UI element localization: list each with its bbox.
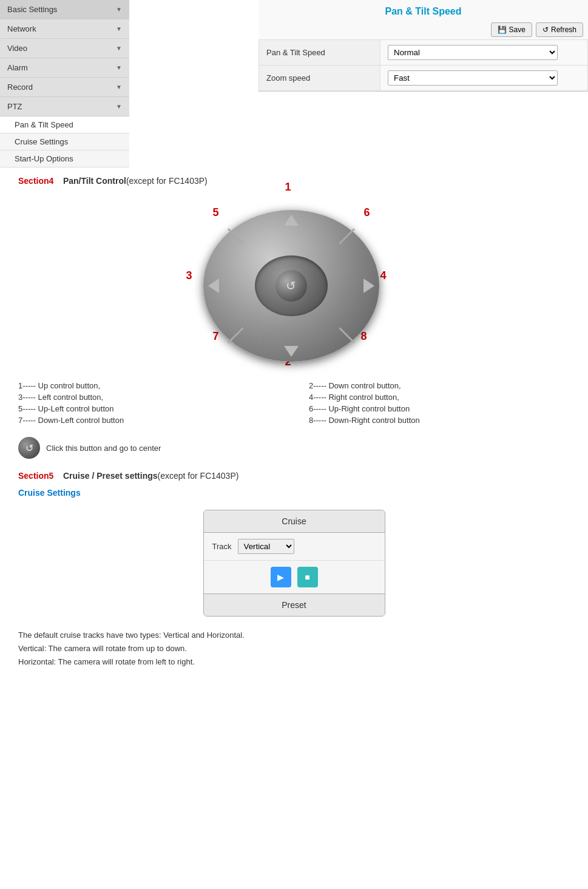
refresh-label: Refresh xyxy=(551,25,576,34)
chevron-down-icon: ▼ xyxy=(116,84,122,90)
track-select[interactable]: Vertical Horizontal xyxy=(238,539,294,554)
sidebar-label-ptz: PTZ xyxy=(7,102,22,111)
sidebar-item-basic-settings[interactable]: Basic Settings ▼ xyxy=(0,0,129,19)
control-desc-5: 5----- Up-Left control button xyxy=(18,404,288,413)
ptz-label-6: 6 xyxy=(364,206,370,219)
sidebar-item-ptz[interactable]: PTZ ▼ xyxy=(0,97,129,117)
ptz-arrow-down[interactable] xyxy=(284,346,299,357)
ptz-diag-ur xyxy=(339,228,355,245)
sidebar-item-alarm[interactable]: Alarm ▼ xyxy=(0,58,129,78)
panel-title: Pan & Tilt Speed xyxy=(259,0,588,20)
section5-header: Section5 Cruise / Preset settings(except… xyxy=(18,471,570,481)
track-label: Track xyxy=(212,542,232,551)
sidebar-label-basic-settings: Basic Settings xyxy=(7,5,57,14)
ptz-inner-ring: ↺ xyxy=(255,255,328,316)
setting-label-zoom: Zoom speed xyxy=(259,66,380,91)
desc-line-3: Horizontal: The camera will rotate from … xyxy=(18,655,570,669)
cruise-track-row: Track Vertical Horizontal xyxy=(204,533,385,561)
pan-tilt-speed-panel: Pan & Tilt Speed 💾 Save ↺ Refresh Pan & … xyxy=(259,0,588,92)
chevron-down-icon: ▼ xyxy=(116,25,122,32)
setting-value-zoom: Slow Normal Fast xyxy=(380,66,588,91)
control-desc-3: 3----- Left control button, xyxy=(18,393,288,402)
table-row: Zoom speed Slow Normal Fast xyxy=(259,66,588,91)
zoom-speed-select[interactable]: Slow Normal Fast xyxy=(388,70,558,86)
ptz-center-button[interactable]: ↺ xyxy=(275,270,307,302)
setting-value-pan-tilt: Slow Normal Fast xyxy=(380,40,588,66)
table-row: Pan & Tilt Speed Slow Normal Fast xyxy=(259,40,588,66)
save-icon: 💾 xyxy=(498,25,507,34)
center-icon: ↺ xyxy=(18,437,40,459)
cruise-panel: Cruise Track Vertical Horizontal ▶ ■ Pre… xyxy=(203,510,385,617)
refresh-button[interactable]: ↺ Refresh xyxy=(536,22,583,37)
chevron-down-icon: ▼ xyxy=(116,45,122,52)
sidebar-subitem-pan-tilt-speed[interactable]: Pan & Tilt Speed xyxy=(0,117,129,134)
sidebar-label-alarm: Alarm xyxy=(7,63,28,72)
sidebar-label-video: Video xyxy=(7,44,27,53)
chevron-down-icon: ▼ xyxy=(116,64,122,71)
chevron-down-icon: ▼ xyxy=(116,103,122,110)
control-desc-7: 7----- Down-Left control button xyxy=(18,416,288,425)
sidebar-label-network: Network xyxy=(7,24,36,33)
settings-table: Pan & Tilt Speed Slow Normal Fast Zoom s… xyxy=(259,39,588,91)
control-desc-8: 8----- Down-Right control button xyxy=(300,416,570,425)
desc-line-2: Vertical: The camera will rotate from up… xyxy=(18,642,570,655)
section4-num: Section4 xyxy=(18,176,53,186)
center-button-text: Click this button and go to center xyxy=(46,444,161,453)
sidebar: Basic Settings ▼ Network ▼ Video ▼ Alarm… xyxy=(0,0,129,167)
section5-subtitle: (except for FC1403P) xyxy=(158,471,239,481)
cruise-button-row: ▶ ■ xyxy=(204,561,385,593)
section4-subtitle: (except for FC1403P) xyxy=(126,176,208,186)
section4-title: Pan/Tilt Control xyxy=(63,176,126,186)
ptz-label-4: 4 xyxy=(380,269,387,282)
main-content: Section4 Pan/Tilt Control(except for FC1… xyxy=(0,152,588,681)
ptz-label-8: 8 xyxy=(361,330,367,343)
sidebar-subitem-label-pan-tilt-speed: Pan & Tilt Speed xyxy=(15,120,73,129)
sidebar-subitem-label-cruise-settings: Cruise Settings xyxy=(15,137,68,146)
desc-line-1: The default cruise tracks have two types… xyxy=(18,629,570,642)
ptz-container: 1 2 3 4 5 6 7 8 xyxy=(18,198,570,374)
section5-num: Section5 xyxy=(18,471,53,481)
control-desc-2: 2----- Down control button, xyxy=(300,381,570,390)
save-button[interactable]: 💾 Save xyxy=(491,22,532,37)
chevron-down-icon: ▼ xyxy=(116,6,122,13)
ptz-diag-dr xyxy=(339,327,355,343)
sidebar-item-video[interactable]: Video ▼ xyxy=(0,39,129,58)
control-desc-1: 1----- Up control button, xyxy=(18,381,288,390)
save-label: Save xyxy=(509,25,525,34)
section4-header: Section4 Pan/Tilt Control(except for FC1… xyxy=(18,176,570,186)
sidebar-subitem-cruise-settings[interactable]: Cruise Settings xyxy=(0,134,129,150)
ptz-diag-dl xyxy=(227,327,243,343)
control-descriptions: 1----- Up control button, 2----- Down co… xyxy=(18,381,570,425)
toolbar: 💾 Save ↺ Refresh xyxy=(259,20,588,39)
ptz-arrow-up[interactable] xyxy=(284,215,299,226)
center-button-row: ↺ Click this button and go to center xyxy=(18,437,570,459)
sidebar-label-record: Record xyxy=(7,83,33,92)
ptz-label-5: 5 xyxy=(213,206,219,219)
top-panel: Pan & Tilt Speed 💾 Save ↺ Refresh Pan & … xyxy=(129,0,588,92)
control-desc-4: 4----- Right control button, xyxy=(300,393,570,402)
control-desc-6: 6----- Up-Right control button xyxy=(300,404,570,413)
cruise-stop-button[interactable]: ■ xyxy=(297,567,318,587)
cruise-play-button[interactable]: ▶ xyxy=(271,567,291,587)
section5-title: Cruise / Preset settings xyxy=(63,471,158,481)
sidebar-item-network[interactable]: Network ▼ xyxy=(0,19,129,39)
setting-label-pan-tilt: Pan & Tilt Speed xyxy=(259,40,380,66)
ptz-label-1: 1 xyxy=(285,181,291,194)
pan-tilt-speed-select[interactable]: Slow Normal Fast xyxy=(388,45,558,60)
ptz-label-7: 7 xyxy=(213,330,219,343)
description-text: The default cruise tracks have two types… xyxy=(18,629,570,669)
refresh-icon: ↺ xyxy=(542,25,549,34)
sidebar-subitem-start-up-options[interactable]: Start-Up Options xyxy=(0,150,129,167)
ptz-arrow-left[interactable] xyxy=(208,279,219,293)
cruise-settings-heading: Cruise Settings xyxy=(18,488,570,498)
ptz-outer-ring: ↺ xyxy=(203,210,379,362)
cruise-panel-title: Cruise xyxy=(204,510,385,533)
sidebar-item-record[interactable]: Record ▼ xyxy=(0,78,129,97)
preset-title: Preset xyxy=(204,593,385,616)
ptz-arrow-right[interactable] xyxy=(363,279,374,293)
ptz-diag-ul xyxy=(227,228,243,245)
sidebar-subitem-label-start-up-options: Start-Up Options xyxy=(15,154,73,163)
ptz-wheel-wrapper: 1 2 3 4 5 6 7 8 xyxy=(191,198,397,374)
ptz-label-3: 3 xyxy=(186,269,192,282)
